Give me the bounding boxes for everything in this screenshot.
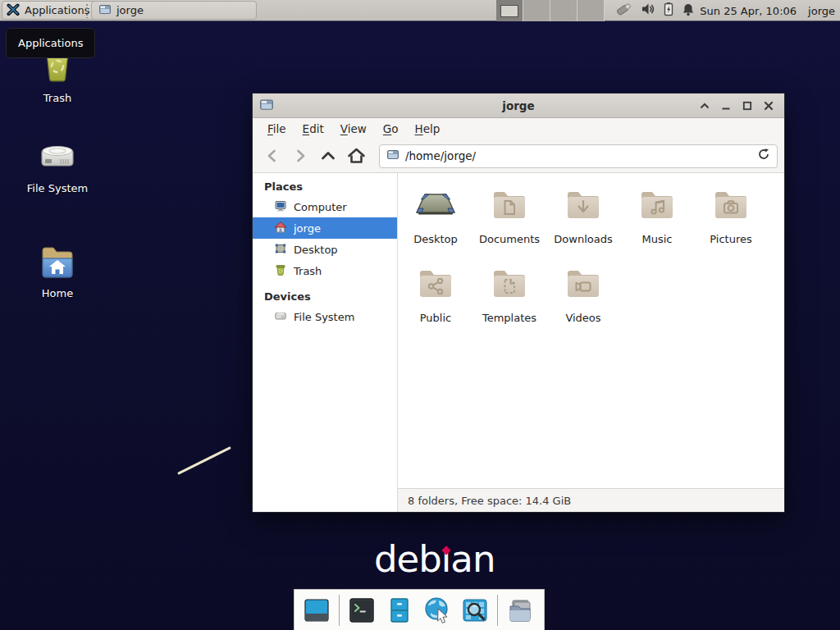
file-manager-window: jorge File Edit View Go Help	[252, 93, 785, 513]
file-item-desktop[interactable]: Desktop	[399, 185, 472, 263]
sidebar-item-label: File System	[294, 311, 354, 323]
file-list-view[interactable]: Desktop Documents	[398, 173, 784, 488]
file-item-pictures[interactable]: Pictures	[694, 185, 768, 263]
sidebar-item-trash[interactable]: Trash	[253, 260, 397, 281]
panel-clock-area: Sun 25 Apr, 10:06 jorge	[700, 0, 835, 21]
top-panel: Applications jorge	[0, 0, 840, 21]
back-button[interactable]	[259, 144, 285, 168]
notifications-bell-icon[interactable]	[682, 2, 695, 20]
menu-file[interactable]: File	[259, 118, 294, 139]
system-tray	[614, 0, 695, 21]
volume-icon[interactable]	[641, 2, 655, 19]
dock-separator	[339, 595, 340, 626]
desktop-icon	[274, 242, 287, 258]
sidebar-item-label: Trash	[294, 265, 322, 277]
file-label: Documents	[479, 233, 540, 245]
folder-downloads-icon	[564, 185, 603, 227]
folder-videos-icon	[564, 263, 603, 306]
panel-clock[interactable]: Sun 25 Apr, 10:06	[700, 5, 797, 17]
dock	[294, 589, 545, 630]
reload-icon[interactable]	[757, 148, 770, 164]
location-bar[interactable]: /home/jorge/	[379, 144, 778, 168]
sidebar-header-places: Places	[253, 176, 397, 196]
desktop-scratch-artifact	[177, 446, 231, 475]
file-item-downloads[interactable]: Downloads	[546, 185, 620, 263]
folder-pictures-icon	[711, 185, 751, 227]
file-label: Desktop	[413, 233, 458, 245]
workspace-2[interactable]	[523, 0, 550, 21]
sidebar-item-computer[interactable]: Computer	[253, 196, 397, 217]
file-item-documents[interactable]: Documents	[472, 185, 546, 263]
desktop-root: Applications jorge	[0, 0, 840, 630]
workspace-window-preview	[500, 5, 518, 17]
folder-documents-icon	[490, 185, 529, 227]
shade-button[interactable]	[696, 96, 714, 116]
folder-music-icon	[637, 185, 677, 227]
panel-grip-handle[interactable]	[85, 3, 89, 18]
menu-help[interactable]: Help	[407, 118, 449, 139]
file-item-videos[interactable]: Videos	[546, 263, 620, 342]
taskbar-window-title: jorge	[116, 4, 144, 16]
menu-go[interactable]: Go	[375, 118, 407, 139]
sidebar-item-label: jorge	[294, 222, 321, 235]
desktop-icon-home[interactable]: Home	[8, 243, 107, 299]
battery-icon[interactable]	[663, 2, 674, 20]
applications-menu-button[interactable]: Applications	[2, 1, 97, 20]
workspace-1[interactable]	[496, 0, 523, 21]
app-finder-icon[interactable]	[459, 595, 491, 626]
menu-view[interactable]: View	[332, 118, 375, 139]
toolbar: /home/jorge/	[253, 139, 784, 173]
home-folder-icon	[8, 243, 107, 282]
location-path-text[interactable]: /home/jorge/	[405, 149, 751, 162]
sidebar-item-desktop[interactable]: Desktop	[253, 239, 397, 260]
workspace-switcher[interactable]	[496, 0, 605, 21]
tooltip-text: Applications	[18, 37, 83, 49]
file-label: Pictures	[710, 233, 751, 245]
file-label: Templates	[482, 312, 536, 324]
sidebar-item-jorge[interactable]: jorge	[253, 217, 397, 239]
status-text: 8 folders, Free space: 14.4 GiB	[408, 495, 571, 507]
file-item-templates[interactable]: Templates	[472, 263, 546, 342]
folder-templates-icon	[490, 263, 529, 306]
dock-folder-icon[interactable]	[504, 595, 536, 626]
window-controls	[696, 96, 784, 116]
file-item-music[interactable]: Music	[620, 185, 694, 263]
home-button[interactable]	[343, 144, 369, 168]
file-item-public[interactable]: Public	[399, 263, 472, 342]
up-button[interactable]	[315, 144, 341, 168]
minimize-button[interactable]	[717, 96, 735, 116]
folder-public-icon	[416, 263, 455, 306]
taskbar-window-button[interactable]: jorge	[91, 1, 257, 20]
debian-wordmark: debıan	[374, 541, 495, 578]
file-label: Downloads	[554, 233, 612, 245]
status-bar: 8 folders, Free space: 14.4 GiB	[398, 488, 784, 512]
applications-tooltip: Applications	[6, 28, 95, 58]
workspace-4[interactable]	[578, 0, 605, 21]
sidebar: Places Computer	[253, 173, 398, 512]
main-column: Desktop Documents	[398, 173, 784, 512]
menu-edit[interactable]: Edit	[294, 118, 332, 139]
wordmark-part: an	[450, 541, 495, 578]
desktop-icon-label: Home	[8, 287, 107, 299]
computer-icon	[274, 199, 287, 215]
close-button[interactable]	[760, 96, 778, 116]
sidebar-header-devices: Devices	[253, 286, 397, 306]
applications-menu-label: Applications	[25, 4, 89, 16]
web-browser-icon[interactable]	[422, 595, 453, 626]
hard-drive-icon	[8, 139, 107, 177]
sidebar-item-file-system[interactable]: File System	[253, 306, 397, 327]
window-titlebar[interactable]: jorge	[253, 94, 784, 118]
trash-icon	[274, 263, 287, 279]
pathbar-folder-icon	[386, 148, 399, 164]
terminal-icon[interactable]	[346, 595, 377, 626]
maximize-button[interactable]	[738, 96, 756, 116]
workspace-3[interactable]	[550, 0, 578, 21]
panel-user[interactable]: jorge	[808, 5, 835, 17]
input-tool-icon[interactable]	[614, 1, 633, 21]
show-desktop-icon[interactable]	[301, 595, 332, 626]
window-body: Places Computer	[253, 173, 784, 512]
file-cabinet-icon[interactable]	[384, 595, 415, 626]
desktop-icon-label: Trash	[8, 92, 107, 104]
desktop-icon-file-system[interactable]: File System	[8, 139, 107, 194]
forward-button[interactable]	[287, 144, 313, 168]
